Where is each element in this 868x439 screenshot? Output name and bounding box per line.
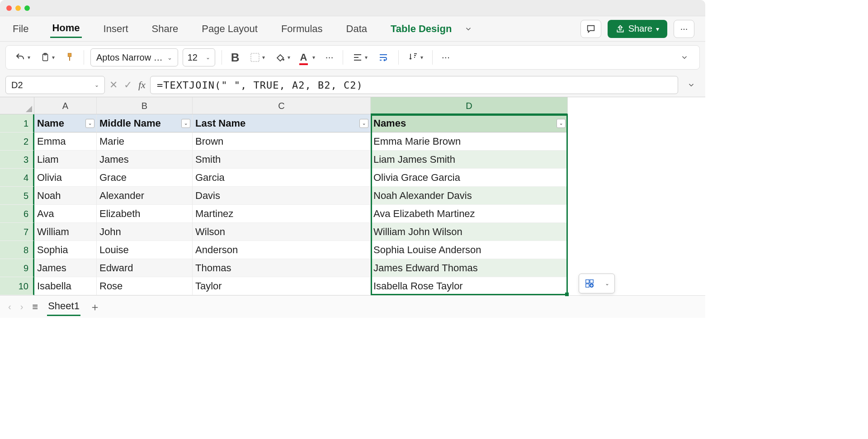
select-all-corner[interactable] bbox=[0, 97, 34, 114]
cell-B2[interactable]: Marie bbox=[97, 132, 193, 151]
window-close-icon[interactable] bbox=[6, 5, 12, 11]
cell-B9[interactable]: Edward bbox=[97, 259, 193, 277]
cell-C9[interactable]: Thomas bbox=[193, 259, 371, 277]
row-header-10[interactable]: 10 bbox=[0, 277, 34, 295]
cell-A5[interactable]: Noah bbox=[34, 187, 97, 205]
tab-file[interactable]: File bbox=[11, 20, 30, 38]
tab-data[interactable]: Data bbox=[344, 20, 369, 38]
cell-D5[interactable]: Noah Alexander Davis bbox=[371, 187, 568, 205]
sheet-nav-next-icon[interactable]: › bbox=[20, 302, 24, 312]
cell-B6[interactable]: Elizabeth bbox=[97, 205, 193, 223]
sheet-list-icon[interactable]: ≡ bbox=[32, 301, 38, 313]
bold-button[interactable]: B bbox=[228, 49, 242, 66]
spreadsheet-grid[interactable]: ABCD1Name⌄Middle Name⌄Last Name⌄Names⌄2E… bbox=[0, 97, 705, 295]
table-header-C[interactable]: Last Name⌄ bbox=[193, 114, 371, 132]
share-button[interactable]: Share ▾ bbox=[608, 20, 667, 38]
format-painter-button[interactable] bbox=[62, 50, 77, 65]
row-header-1[interactable]: 1 bbox=[0, 114, 34, 132]
sheet-tab-active[interactable]: Sheet1 bbox=[47, 297, 80, 316]
column-header-C[interactable]: C bbox=[193, 97, 371, 114]
cell-A8[interactable]: Sophia bbox=[34, 241, 97, 259]
filter-dropdown-icon[interactable]: ⌄ bbox=[85, 119, 94, 128]
cell-C2[interactable]: Brown bbox=[193, 132, 371, 151]
borders-button[interactable]: ▾ bbox=[247, 50, 268, 65]
tab-page-layout[interactable]: Page Layout bbox=[200, 20, 259, 38]
cell-A9[interactable]: James bbox=[34, 259, 97, 277]
cell-C6[interactable]: Martinez bbox=[193, 205, 371, 223]
expand-formula-bar-icon[interactable] bbox=[683, 81, 700, 89]
autofill-options-button[interactable]: ⌄ bbox=[579, 274, 615, 293]
tab-table-design[interactable]: Table Design bbox=[389, 20, 453, 38]
font-overflow-button[interactable]: ··· bbox=[322, 50, 336, 65]
row-header-5[interactable]: 5 bbox=[0, 187, 34, 205]
cell-C3[interactable]: Smith bbox=[193, 151, 371, 169]
clipboard-button[interactable]: ▾ bbox=[38, 50, 57, 65]
cell-B10[interactable]: Rose bbox=[97, 277, 193, 295]
window-zoom-icon[interactable] bbox=[24, 5, 30, 11]
cell-C7[interactable]: Wilson bbox=[193, 223, 371, 241]
tab-formulas[interactable]: Formulas bbox=[279, 20, 325, 38]
wrap-text-button[interactable] bbox=[375, 50, 392, 65]
cell-B3[interactable]: James bbox=[97, 151, 193, 169]
font-color-button[interactable]: A ▾ bbox=[297, 50, 318, 65]
cell-A3[interactable]: Liam bbox=[34, 151, 97, 169]
cell-A2[interactable]: Emma bbox=[34, 132, 97, 151]
cell-A7[interactable]: William bbox=[34, 223, 97, 241]
collapse-ribbon-icon[interactable] bbox=[676, 53, 693, 61]
cell-A4[interactable]: Olivia bbox=[34, 169, 97, 187]
cell-C5[interactable]: Davis bbox=[193, 187, 371, 205]
cell-C8[interactable]: Anderson bbox=[193, 241, 371, 259]
tab-home[interactable]: Home bbox=[50, 19, 81, 38]
column-header-D[interactable]: D bbox=[371, 97, 568, 114]
row-header-4[interactable]: 4 bbox=[0, 169, 34, 187]
more-options-button[interactable]: ··· bbox=[674, 20, 694, 38]
cell-B7[interactable]: John bbox=[97, 223, 193, 241]
table-header-A[interactable]: Name⌄ bbox=[34, 114, 97, 132]
cancel-formula-icon[interactable]: ✕ bbox=[109, 79, 118, 91]
column-header-B[interactable]: B bbox=[97, 97, 193, 114]
row-header-9[interactable]: 9 bbox=[0, 259, 34, 277]
sheet-nav-prev-icon[interactable]: ‹ bbox=[8, 302, 11, 312]
font-size-select[interactable]: 12 ⌄ bbox=[183, 48, 215, 66]
formula-input[interactable]: =TEXTJOIN(" ", TRUE, A2, B2, C2) bbox=[150, 76, 678, 94]
tab-insert[interactable]: Insert bbox=[102, 20, 130, 38]
cell-A6[interactable]: Ava bbox=[34, 205, 97, 223]
cell-C10[interactable]: Taylor bbox=[193, 277, 371, 295]
cell-A10[interactable]: Isabella bbox=[34, 277, 97, 295]
add-sheet-icon[interactable]: ＋ bbox=[90, 300, 100, 314]
filter-dropdown-icon[interactable]: ⌄ bbox=[181, 119, 190, 128]
cell-B5[interactable]: Alexander bbox=[97, 187, 193, 205]
cell-C4[interactable]: Garcia bbox=[193, 169, 371, 187]
align-button[interactable]: ▾ bbox=[349, 50, 370, 65]
cell-D2[interactable]: Emma Marie Brown bbox=[371, 132, 568, 151]
column-header-A[interactable]: A bbox=[34, 97, 97, 114]
cell-D9[interactable]: James Edward Thomas bbox=[371, 259, 568, 277]
cell-D3[interactable]: Liam James Smith bbox=[371, 151, 568, 169]
accept-formula-icon[interactable]: ✓ bbox=[124, 79, 132, 91]
row-header-8[interactable]: 8 bbox=[0, 241, 34, 259]
row-header-7[interactable]: 7 bbox=[0, 223, 34, 241]
cell-B4[interactable]: Grace bbox=[97, 169, 193, 187]
cell-D7[interactable]: William John Wilson bbox=[371, 223, 568, 241]
cell-D8[interactable]: Sophia Louise Anderson bbox=[371, 241, 568, 259]
cell-D6[interactable]: Ava Elizabeth Martinez bbox=[371, 205, 568, 223]
fx-icon[interactable]: fx bbox=[138, 79, 146, 91]
window-minimize-icon[interactable] bbox=[15, 5, 21, 11]
font-name-select[interactable]: Aptos Narrow … ⌄ bbox=[90, 48, 178, 66]
ribbon-overflow-icon[interactable] bbox=[464, 25, 472, 33]
filter-dropdown-icon[interactable]: ⌄ bbox=[557, 119, 566, 128]
tab-share[interactable]: Share bbox=[150, 20, 180, 38]
sort-filter-button[interactable]: ▾ bbox=[405, 50, 426, 65]
row-header-3[interactable]: 3 bbox=[0, 151, 34, 169]
comments-button[interactable] bbox=[580, 20, 601, 38]
fill-color-button[interactable]: ▾ bbox=[272, 50, 293, 65]
cell-D10[interactable]: Isabella Rose Taylor bbox=[371, 277, 568, 295]
table-header-B[interactable]: Middle Name⌄ bbox=[97, 114, 193, 132]
cell-B8[interactable]: Louise bbox=[97, 241, 193, 259]
undo-button[interactable]: ▾ bbox=[12, 50, 33, 65]
row-header-6[interactable]: 6 bbox=[0, 205, 34, 223]
table-header-D[interactable]: Names⌄ bbox=[371, 114, 568, 132]
filter-dropdown-icon[interactable]: ⌄ bbox=[359, 119, 368, 128]
cell-D4[interactable]: Olivia Grace Garcia bbox=[371, 169, 568, 187]
name-box[interactable]: D2 ⌄ bbox=[5, 76, 105, 94]
